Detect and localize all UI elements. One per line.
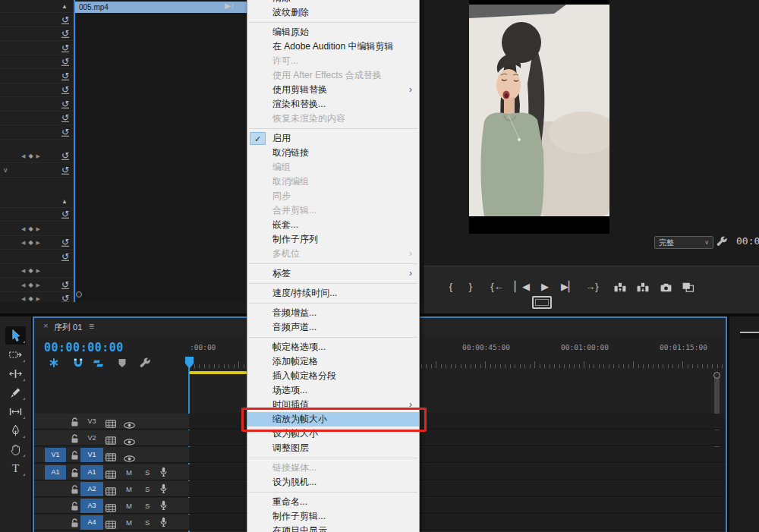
toggle-track-output-eye-icon[interactable] [124, 452, 135, 458]
close-icon[interactable]: × [43, 321, 48, 330]
menu-item-insert-frame-hold-segment[interactable]: 插入帧定格分段 [247, 369, 419, 383]
menu-item-audio-channels[interactable]: 音频声道... [247, 320, 419, 335]
step-back-button[interactable]: ▏◀ [513, 279, 531, 294]
track-target-v1[interactable]: V1 [80, 448, 103, 462]
reset-parameter-icon[interactable]: ↺ [61, 15, 69, 24]
chevron-down-icon[interactable]: ∨ [3, 166, 8, 174]
keyframe-navigator[interactable]: ◀◆▶ [21, 153, 43, 159]
menu-item-adjustment-layer[interactable]: 调整图层 [247, 441, 419, 455]
sync-lock-icon[interactable] [106, 417, 116, 426]
keyframe-navigator[interactable]: ◀◆▶ [21, 239, 43, 246]
voiceover-record-mic-icon[interactable] [160, 500, 167, 511]
keyframe-navigator[interactable]: ◀◆▶ [21, 225, 43, 231]
track-target-a1[interactable]: A1 [80, 465, 103, 480]
sync-lock-icon[interactable] [106, 485, 116, 493]
marker-button[interactable] [118, 357, 131, 369]
mute-button[interactable]: M [126, 484, 132, 494]
menu-item-frame-hold-options[interactable]: 帧定格选项... [247, 340, 419, 354]
reset-parameter-icon[interactable]: ↺ [61, 127, 69, 137]
sync-lock-icon[interactable] [106, 451, 116, 459]
step-forward-button[interactable]: ▶▏ [559, 279, 578, 294]
lift-button[interactable] [611, 279, 629, 294]
toggle-track-output-eye-icon[interactable] [124, 418, 135, 425]
reset-parameter-icon[interactable]: ↺ [61, 151, 69, 160]
mute-button[interactable]: M [126, 467, 132, 477]
go-to-out-button[interactable]: →} [583, 279, 601, 294]
mute-button[interactable]: M [126, 501, 132, 511]
menu-item-clear[interactable]: 清除 [247, 0, 419, 5]
collapse-up-icon[interactable]: ▲ [61, 3, 68, 10]
reset-parameter-icon[interactable]: ↺ [61, 99, 69, 109]
menu-item-edit-in-audition[interactable]: 在 Adobe Audition 中编辑剪辑 [247, 39, 419, 54]
lock-icon[interactable] [71, 501, 80, 511]
ripple-edit-tool[interactable] [5, 364, 26, 382]
play-audio-button[interactable]: ▶♪ [225, 1, 235, 11]
menu-item-label[interactable]: 标签› [247, 266, 419, 281]
menu-item-make-offline[interactable]: 设为脱机... [247, 475, 419, 490]
solo-button[interactable]: S [145, 518, 150, 527]
keyframe-navigator[interactable]: ◀◆▶ [21, 281, 43, 288]
sync-lock-icon[interactable] [106, 434, 116, 442]
mute-button[interactable]: M [126, 518, 132, 527]
settings-square-button[interactable] [532, 296, 552, 309]
reset-parameter-icon[interactable]: ↺ [61, 294, 69, 302]
solo-button[interactable]: S [145, 501, 150, 511]
linked-selection-button[interactable] [93, 357, 105, 369]
track-target-a4[interactable]: A4 [80, 515, 103, 530]
timeline-timecode[interactable]: 00:00:00:00 [44, 341, 124, 354]
solo-button[interactable]: S [145, 467, 150, 477]
slip-tool[interactable] [5, 402, 26, 420]
solo-button[interactable]: S [145, 484, 150, 494]
reset-parameter-icon[interactable]: ↺ [61, 252, 69, 261]
reset-parameter-icon[interactable]: ↺ [61, 43, 69, 52]
lock-icon[interactable] [71, 467, 80, 477]
keyframe-navigator[interactable]: ◀◆▶ [21, 267, 43, 274]
mark-in-button[interactable]: { [442, 279, 460, 294]
reset-parameter-icon[interactable]: ↺ [61, 57, 69, 66]
track-select-forward-tool[interactable] [5, 345, 26, 364]
lock-icon[interactable] [71, 450, 80, 460]
reset-parameter-icon[interactable]: ↺ [61, 209, 69, 219]
menu-item-make-subclip[interactable]: 制作子剪辑... [247, 509, 419, 524]
extract-button[interactable] [634, 279, 652, 294]
menu-item-nest[interactable]: 嵌套... [247, 218, 419, 232]
menu-item-reveal-in-project[interactable]: 在项目中显示 [247, 524, 419, 532]
reset-parameter-icon[interactable]: ↺ [61, 85, 69, 94]
reset-parameter-icon[interactable]: ↺ [61, 71, 69, 80]
reset-parameter-icon[interactable]: ↺ [61, 29, 69, 38]
comparison-view-button[interactable] [679, 279, 697, 294]
reset-parameter-icon[interactable]: ↺ [61, 238, 69, 247]
reset-parameter-icon[interactable]: ↺ [61, 280, 69, 289]
source-patch-a1[interactable]: A1 [45, 465, 66, 480]
menu-item-replace-with-clip[interactable]: 使用剪辑替换› [247, 83, 419, 97]
collapse-up-icon[interactable]: ▲ [61, 197, 68, 204]
tab-sequence-01[interactable]: 序列 01 [54, 322, 82, 333]
scrollbar-knob-top[interactable] [713, 372, 720, 379]
menu-item-audio-gain[interactable]: 音频增益... [247, 306, 419, 320]
sync-lock-icon[interactable] [106, 518, 116, 527]
menu-item-edit-original[interactable]: 编辑原始 [247, 25, 419, 39]
menu-item-ripple-delete[interactable]: 波纹删除 [247, 5, 419, 20]
source-patch-v1[interactable]: V1 [45, 448, 66, 462]
menu-item-unlink[interactable]: 取消链接 [247, 146, 419, 160]
voiceover-record-mic-icon[interactable] [160, 517, 167, 527]
reset-parameter-icon[interactable]: ↺ [61, 113, 69, 122]
menu-item-render-and-replace[interactable]: 渲染和替换... [247, 97, 419, 112]
menu-item-speed-duration[interactable]: 速度/持续时间... [247, 286, 419, 301]
selection-tool[interactable] [5, 326, 26, 345]
voiceover-record-mic-icon[interactable] [160, 483, 167, 494]
snap-button[interactable] [73, 357, 85, 369]
sync-lock-icon[interactable] [106, 502, 116, 510]
keyframe-dot-icon[interactable] [76, 291, 82, 297]
track-target-v3[interactable]: V3 [80, 414, 103, 429]
toggle-track-output-eye-icon[interactable] [124, 435, 135, 442]
menu-item-add-frame-hold[interactable]: 添加帧定格 [247, 354, 419, 369]
menu-item-field-options[interactable]: 场选项... [247, 383, 419, 398]
voiceover-record-mic-icon[interactable] [160, 467, 167, 477]
lock-icon[interactable] [71, 484, 80, 494]
pen-tool[interactable] [5, 421, 26, 439]
menu-item-rename[interactable]: 重命名... [247, 495, 419, 509]
playback-resolution-dropdown[interactable]: 完整 ∨ [654, 236, 713, 249]
track-target-a2[interactable]: A2 [80, 482, 103, 496]
menu-item-make-subsequence[interactable]: 制作子序列 [247, 232, 419, 247]
